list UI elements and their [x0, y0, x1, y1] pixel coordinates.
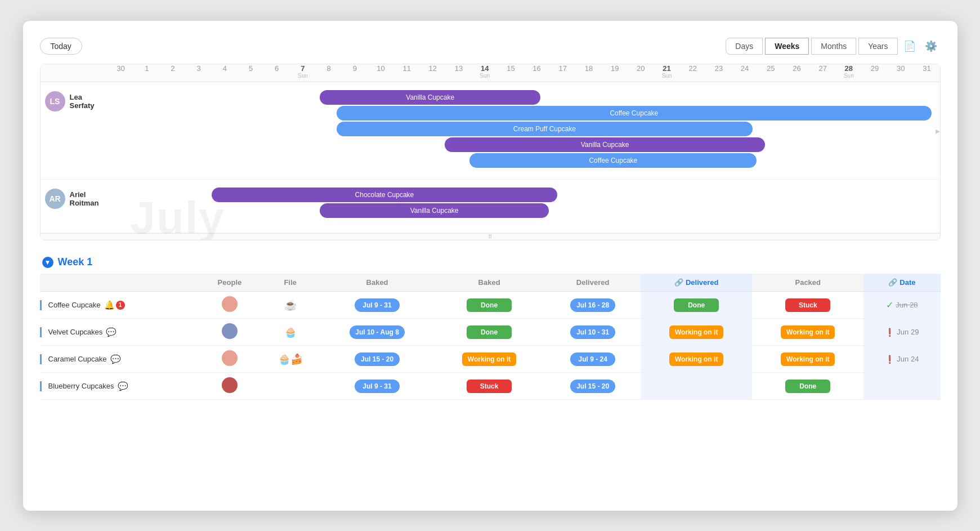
chat-icon: 💬: [118, 381, 128, 391]
file-icon: ☕: [284, 300, 297, 311]
day-number: 15: [498, 64, 523, 73]
person-avatar: [222, 296, 238, 312]
task-name-cell: Velvet Cupcakes💬: [40, 319, 200, 346]
col-baked-2: Baked: [433, 274, 545, 292]
baked-status-cell: Done: [433, 292, 545, 319]
weeks-view-button[interactable]: Weeks: [765, 38, 809, 55]
delivered-date-badge: Jul 10 - 31: [570, 325, 615, 339]
day-number: 11: [394, 64, 420, 73]
gantt-bar[interactable]: Cream Puff Cupcake: [337, 122, 753, 136]
day-number: 10: [368, 64, 393, 73]
day-number: 30: [888, 64, 914, 73]
packed-status-cell: Stuck: [752, 292, 863, 319]
day-col: 7 Sun: [290, 64, 316, 80]
notification-count: 1: [116, 301, 125, 310]
day-number: 23: [706, 64, 732, 73]
delivered-status-badge: Working on it: [669, 325, 723, 339]
day-number: 5: [238, 64, 263, 73]
delivered-date-badge: Jul 16 - 28: [570, 298, 615, 312]
table-row: Coffee Cupcake🔔1☕Jul 9 - 31DoneJul 16 - …: [40, 292, 941, 319]
day-number: 2: [160, 64, 186, 73]
file-cell: [259, 373, 321, 400]
delivered-date-cell: Jul 10 - 31: [545, 319, 641, 346]
day-number: 22: [680, 64, 706, 73]
months-view-button[interactable]: Months: [811, 38, 856, 55]
table-row: Velvet Cupcakes💬🧁Jul 10 - Aug 8DoneJul 1…: [40, 319, 941, 346]
col-people: People: [200, 274, 260, 292]
delivered-status-cell: Done: [641, 292, 752, 319]
day-col: 21 Sun: [654, 64, 679, 80]
table-row: Blueberry Cupcakes💬Jul 9 - 31StuckJul 15…: [40, 373, 941, 400]
col-task: [40, 274, 200, 292]
col-file: File: [259, 274, 321, 292]
avatar: AR: [45, 189, 65, 209]
bell-icon: 🔔: [104, 300, 115, 310]
day-number: 27: [810, 64, 836, 73]
day-number: 16: [524, 64, 550, 73]
person-avatar: [222, 377, 238, 393]
timeline-section: 30 1 2 3 4 5 6 7 Sun 8 9 10 11 12 13: [40, 64, 941, 241]
export-icon: 📄: [903, 41, 916, 52]
export-icon-button[interactable]: 📄: [900, 38, 919, 55]
today-button[interactable]: Today: [40, 38, 82, 55]
people-cell: [200, 292, 260, 319]
file-icon: 🧁🍰: [278, 354, 303, 365]
gantt-bar[interactable]: Coffee Cupcake: [337, 106, 932, 121]
col-baked-1: Baked: [321, 274, 433, 292]
day-col: 31: [914, 64, 939, 80]
day-col: 13: [446, 64, 472, 80]
delivered-status-badge: Working on it: [669, 352, 723, 366]
day-col: 16: [524, 64, 550, 80]
day-number: 26: [784, 64, 809, 73]
gantt-bar[interactable]: Coffee Cupcake: [469, 153, 757, 168]
day-col: 2: [160, 64, 186, 80]
days-view-button[interactable]: Days: [726, 38, 763, 55]
task-name-cell: Coffee Cupcake🔔1: [40, 292, 200, 319]
day-col: 10: [368, 64, 393, 80]
day-col: 23: [706, 64, 732, 80]
gantt-bar[interactable]: Vanilla Cupcake: [445, 137, 765, 152]
week-toggle-button[interactable]: ▼: [42, 257, 53, 268]
packed-status-badge: Done: [785, 380, 830, 393]
settings-icon-button[interactable]: ⚙️: [921, 38, 941, 55]
gantt-person-row: LSLea SerfatyVanilla CupcakeCoffee Cupca…: [41, 82, 940, 180]
gantt-bar[interactable]: Chocolate Cupcake: [212, 188, 557, 202]
people-cell: [200, 373, 260, 400]
date-value: Jun 24: [897, 355, 919, 363]
resize-dots: ⠿: [488, 234, 493, 240]
day-col: 12: [420, 64, 446, 80]
baked-status-cell: Done: [433, 319, 545, 346]
link-icon-delivered: 🔗: [674, 278, 683, 287]
packed-status-badge: Working on it: [781, 325, 835, 339]
day-number: 3: [186, 64, 212, 73]
day-number: 8: [316, 64, 342, 73]
gear-icon: ⚙️: [925, 41, 937, 52]
baked-status-badge: Stuck: [467, 380, 512, 393]
gantt-bar[interactable]: Vanilla Cupcake: [320, 203, 548, 218]
resize-handle[interactable]: ⠿: [41, 233, 940, 240]
task-name-cell: Blueberry Cupcakes💬: [40, 373, 200, 400]
day-col: 29: [862, 64, 888, 80]
gantt-scroll-arrow[interactable]: ▸: [936, 126, 940, 136]
day-col: 26: [784, 64, 809, 80]
day-col: 1: [134, 64, 160, 80]
day-labels-row: 30 1 2 3 4 5 6 7 Sun 8 9 10 11 12 13: [41, 64, 940, 83]
gantt-bar[interactable]: Vanilla Cupcake: [320, 90, 540, 105]
chat-icon: 💬: [106, 327, 117, 337]
years-view-button[interactable]: Years: [858, 38, 897, 55]
table-header-row: People File Baked Baked Delivered 🔗Deliv…: [40, 274, 941, 292]
day-number: 19: [602, 64, 628, 73]
col-date: 🔗Date: [863, 274, 940, 292]
day-number: 7: [290, 64, 316, 73]
baked-date-cell: Jul 10 - Aug 8: [321, 319, 433, 346]
packed-status-cell: Done: [752, 373, 863, 400]
gantt-bars-area: JulyChocolate CupcakeVanilla Cupcake: [108, 186, 940, 226]
avatar: LS: [45, 91, 65, 111]
table-row: Caramel Cupcake💬🧁🍰Jul 15 - 20Working on …: [40, 346, 941, 373]
task-name: Blueberry Cupcakes: [48, 382, 114, 390]
delivered-status-cell: Working on it: [641, 346, 752, 373]
day-number: 21: [654, 64, 679, 73]
day-col: 30: [108, 64, 134, 80]
day-number: 29: [862, 64, 888, 73]
day-col: 6: [264, 64, 290, 80]
